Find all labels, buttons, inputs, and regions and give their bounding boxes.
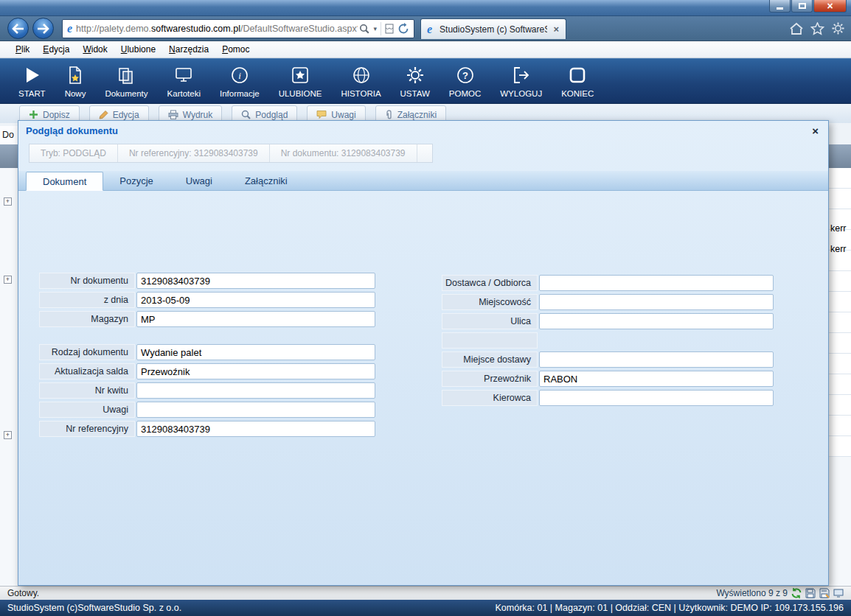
svg-text:i: i	[238, 70, 241, 81]
window-titlebar[interactable]: ×	[0, 0, 851, 16]
menu-widok[interactable]: Widok	[76, 43, 114, 56]
magazyn-field[interactable]	[136, 311, 375, 327]
miejscowosc-field[interactable]	[539, 294, 774, 310]
field-label: Uwagi	[39, 402, 135, 418]
expand-plus-icon[interactable]: +	[4, 276, 12, 284]
magnifier-icon	[241, 110, 251, 119]
z-dnia-field[interactable]	[136, 292, 375, 308]
menu-ulubione[interactable]: Ulubione	[114, 43, 162, 56]
expand-plus-icon[interactable]: +	[4, 197, 12, 206]
toolbar-nowy[interactable]: Nowy	[55, 59, 96, 103]
field-label: Miejscowość	[442, 294, 538, 310]
field-label: Dostawca / Odbiorca	[442, 275, 538, 291]
aktualizacja-salda-field[interactable]	[136, 363, 375, 379]
search-icon[interactable]	[359, 24, 369, 34]
maximize-icon	[799, 3, 806, 9]
miejsce-dostawy-field[interactable]	[539, 351, 774, 368]
globe-icon	[352, 64, 371, 86]
toolbar-informacje[interactable]: i Informacje	[210, 59, 269, 103]
toolbar-historia[interactable]: HISTORIA	[331, 59, 390, 103]
status-view-icon[interactable]	[833, 588, 844, 598]
menu-plik[interactable]: Plik	[9, 43, 36, 56]
status-save-icon[interactable]	[805, 588, 816, 598]
field-label: Ulica	[442, 313, 538, 329]
menu-label: Widok	[83, 44, 107, 55]
plus-icon	[29, 110, 38, 119]
address-dropdown-icon[interactable]: ▾	[373, 25, 377, 32]
toolbar-koniec[interactable]: KONIEC	[552, 59, 603, 103]
nr-referencyjny-field[interactable]	[136, 421, 375, 437]
navbar-right-icons	[789, 21, 845, 35]
field-label: Magazyn	[39, 311, 135, 327]
tab-zalaczniki[interactable]: Załączniki	[229, 171, 304, 190]
minimize-button[interactable]	[769, 0, 791, 13]
app-footer: StudioSystem (c)SoftwareStudio Sp. z o.o…	[0, 600, 851, 616]
refresh-icon[interactable]	[397, 23, 409, 35]
maximize-button[interactable]	[791, 0, 813, 13]
monitor-icon	[174, 64, 193, 86]
toolbar-pomoc[interactable]: ? POMOC	[440, 59, 490, 103]
settings-gear-icon[interactable]	[831, 21, 845, 35]
back-arrow-icon	[12, 24, 24, 34]
address-bar[interactable]: e http://palety.demo.softwarestudio.com.…	[62, 19, 414, 38]
tab-uwagi[interactable]: Uwagi	[170, 171, 229, 190]
status-export-icon[interactable]	[819, 588, 830, 598]
dialog-header: Podgląd dokumentu ×	[18, 121, 828, 141]
background-text-fragment: Do	[0, 126, 19, 145]
menu-narzedzia[interactable]: Narzędzia	[162, 43, 215, 56]
favorites-star-icon[interactable]	[810, 22, 824, 35]
mode-status: Tryb: PODGLĄD	[29, 144, 118, 162]
toolbar-start[interactable]: START	[9, 59, 55, 103]
uwagi-field[interactable]	[136, 402, 375, 418]
records-count: Wyświetlono 9 z 9	[716, 588, 788, 598]
button-label: Dopisz	[43, 110, 70, 120]
nr-dokumentu-field[interactable]	[136, 273, 375, 289]
form-row: Dostawca / Odbiorca	[442, 275, 774, 291]
form-row: Nr dokumentu	[39, 273, 375, 289]
przewoznik-field[interactable]	[539, 371, 774, 387]
toolbar-ustaw[interactable]: USTAW	[391, 59, 440, 103]
status-right: Wyświetlono 9 z 9	[716, 588, 844, 598]
tab-close-icon[interactable]: ×	[551, 24, 561, 35]
menu-edycja[interactable]: Edycja	[36, 43, 76, 56]
ulica-field[interactable]	[539, 313, 774, 329]
forward-button[interactable]	[32, 18, 54, 39]
toolbar-label: POMOC	[449, 89, 481, 98]
tab-pozycje[interactable]: Pozycje	[103, 171, 170, 190]
close-window-button[interactable]: ×	[813, 0, 847, 13]
back-button[interactable]	[7, 18, 29, 39]
expand-plus-icon[interactable]: +	[4, 431, 12, 439]
star-square-icon	[291, 64, 310, 86]
browser-tab[interactable]: e StudioSystem (c) SoftwareS... ×	[420, 18, 566, 39]
toolbar-ulubione[interactable]: ULUBIONE	[269, 59, 332, 103]
url-text[interactable]: http://palety.demo.softwarestudio.com.pl…	[76, 24, 358, 34]
menu-pomoc[interactable]: Pomoc	[215, 43, 256, 56]
rodzaj-dokumentu-field[interactable]	[136, 344, 375, 360]
form-row: Rodzaj dokumentu	[39, 344, 375, 360]
dialog-info-bar: Tryb: PODGLĄD Nr referencyjny: 312908340…	[29, 144, 433, 163]
toolbar-kartoteki[interactable]: Kartoteki	[158, 59, 210, 103]
dostawca-odbiorca-field[interactable]	[539, 275, 774, 291]
toolbar-label: ULUBIONE	[279, 89, 322, 98]
reference-number-status: Nr referencyjny: 3129083403739	[118, 144, 270, 162]
toolbar-dokumenty[interactable]: Dokumenty	[95, 59, 157, 103]
compatibility-view-icon[interactable]	[385, 24, 394, 34]
logout-icon	[512, 64, 531, 86]
field-label: Miejsce dostawy	[442, 351, 538, 368]
kierowca-field[interactable]	[539, 390, 774, 406]
nr-kwitu-field[interactable]	[136, 382, 375, 399]
home-icon[interactable]	[789, 22, 804, 35]
toolbar-label: Kartoteki	[167, 89, 201, 98]
dialog-close-icon[interactable]: ×	[809, 125, 822, 136]
status-refresh-icon[interactable]	[791, 588, 802, 598]
paperclip-icon	[385, 110, 393, 119]
menu-label: Plik	[15, 44, 29, 55]
toolbar-label: USTAW	[400, 89, 430, 98]
menu-bar: Plik Edycja Widok Ulubione Narzędzia Pom…	[0, 41, 851, 58]
tab-dokument[interactable]: Dokument	[26, 172, 103, 191]
dialog-tabs: Dokument Pozycje Uwagi Załączniki	[18, 171, 828, 191]
document-number-status: Nr dokumentu: 3129083403739	[270, 144, 417, 162]
toolbar-wyloguj[interactable]: WYLOGUJ	[490, 59, 552, 103]
button-label: Załączniki	[397, 110, 437, 120]
toolbar-label: Informacje	[220, 89, 260, 98]
